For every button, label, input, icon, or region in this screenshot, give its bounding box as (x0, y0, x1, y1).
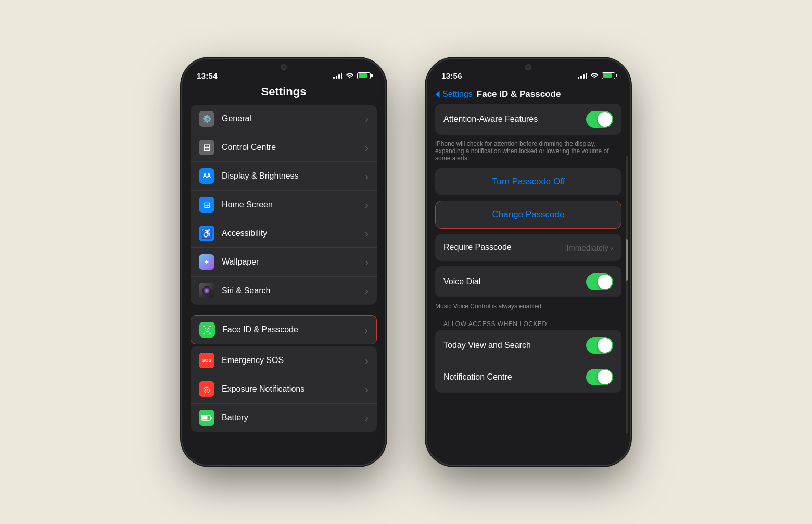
settings-scroll[interactable]: ⚙️ General ⊞ Control Centre AA Display &… (182, 105, 385, 454)
settings-list-bottom: SOS Emergency SOS ◎ Exposure Notificatio… (191, 346, 377, 432)
voice-dial-description: Music Voice Control is always enabled. (427, 303, 630, 316)
scrollbar-thumb (626, 239, 628, 281)
change-passcode-section: Change Passcode (435, 201, 621, 229)
settings-item-general[interactable]: ⚙️ General (191, 105, 377, 133)
battery-label: Battery (222, 413, 365, 422)
allow-access-section: Today View and Search Notification Centr… (435, 330, 621, 393)
siri-label: Siri & Search (222, 286, 365, 295)
svg-rect-4 (209, 333, 211, 334)
scrollbar-track (626, 156, 628, 434)
general-chevron (365, 113, 369, 125)
faceid-icon (199, 322, 215, 338)
turn-passcode-off-button[interactable]: Turn Passcode Off (435, 168, 621, 195)
time-right: 13:56 (441, 71, 462, 80)
faceid-label: Face ID & Passcode (222, 325, 364, 334)
display-label: Display & Brightness (222, 171, 365, 181)
settings-item-home-screen[interactable]: ⊞ Home Screen (191, 191, 377, 219)
back-button[interactable]: Settings (435, 90, 473, 99)
attention-section: Attention-Aware Features (435, 104, 621, 135)
notification-centre-row: Notification Centre (435, 361, 621, 393)
general-icon: ⚙️ (199, 111, 214, 127)
attention-aware-label: Attention-Aware Features (443, 115, 538, 124)
exposure-chevron (365, 383, 369, 395)
faceid-chevron (364, 324, 368, 336)
notification-centre-toggle[interactable] (586, 369, 613, 385)
settings-item-battery[interactable]: Battery (191, 404, 377, 432)
svg-rect-2 (209, 326, 211, 327)
require-passcode-chevron: › (611, 243, 613, 252)
phone-right-screen: 13:56 (427, 59, 630, 465)
allow-access-header: ALLOW ACCESS WHEN LOCKED: (427, 316, 630, 330)
time-left: 13:54 (197, 71, 218, 80)
home-screen-icon: ⊞ (199, 197, 214, 213)
svg-rect-3 (203, 333, 205, 334)
svg-rect-9 (210, 417, 212, 419)
require-passcode-value: Immediately › (566, 243, 613, 252)
settings-item-sos[interactable]: SOS Emergency SOS (191, 346, 377, 375)
settings-item-accessibility[interactable]: ♿ Accessibility (191, 219, 377, 248)
today-view-toggle[interactable] (586, 337, 613, 354)
battery-chevron (365, 412, 369, 424)
battery-icon-left (357, 72, 371, 79)
signal-icon-right (578, 72, 587, 79)
today-view-row: Today View and Search (435, 330, 621, 361)
svg-point-0 (202, 286, 211, 295)
notch-right (489, 59, 567, 77)
voice-dial-toggle-knob (598, 275, 612, 289)
right-content: Attention-Aware Features iPhone will che… (427, 104, 630, 455)
wallpaper-chevron (365, 256, 369, 268)
today-view-label: Today View and Search (443, 341, 531, 350)
turn-passcode-off-section: Turn Passcode Off (435, 168, 621, 195)
attention-aware-row: Attention-Aware Features (435, 104, 621, 135)
change-passcode-button[interactable]: Change Passcode (436, 201, 621, 228)
camera-left (281, 64, 287, 70)
status-icons-right (578, 72, 615, 80)
require-passcode-row[interactable]: Require Passcode Immediately › (435, 234, 621, 261)
settings-item-faceid-inner[interactable]: Face ID & Passcode (191, 316, 376, 344)
svg-point-6 (208, 328, 209, 329)
faceid-item-highlighted[interactable]: Face ID & Passcode (191, 315, 377, 344)
right-nav-header: Settings Face ID & Passcode (427, 85, 630, 104)
siri-icon (199, 283, 214, 298)
svg-rect-1 (203, 326, 205, 327)
voice-dial-label: Voice Dial (443, 277, 480, 286)
settings-item-wallpaper[interactable]: ✦ Wallpaper (191, 248, 377, 277)
voice-dial-toggle[interactable] (586, 273, 613, 290)
sos-chevron (365, 355, 369, 367)
back-label: Settings (442, 90, 473, 99)
attention-aware-toggle[interactable] (586, 111, 613, 128)
settings-title: Settings (261, 85, 307, 98)
control-centre-label: Control Centre (222, 143, 365, 152)
home-screen-chevron (365, 199, 369, 211)
accessibility-label: Accessibility (222, 229, 365, 238)
settings-menu: ⚙️ General ⊞ Control Centre AA Display &… (191, 105, 377, 305)
settings-header: Settings (182, 85, 385, 105)
exposure-icon: ◎ (199, 381, 214, 397)
signal-icon-left (333, 72, 342, 79)
general-label: General (222, 114, 365, 123)
battery-icon-right (602, 72, 615, 79)
svg-point-5 (205, 328, 206, 329)
settings-item-control-centre[interactable]: ⊞ Control Centre (191, 133, 377, 162)
battery-settings-icon (199, 410, 214, 426)
wifi-icon-left (346, 72, 354, 80)
wifi-icon-right (590, 72, 599, 80)
wallpaper-label: Wallpaper (222, 257, 365, 267)
accessibility-icon: ♿ (199, 226, 214, 241)
home-screen-label: Home Screen (222, 200, 365, 209)
notification-centre-toggle-knob (598, 370, 612, 384)
accessibility-chevron (365, 228, 369, 240)
voice-dial-row: Voice Dial (435, 266, 621, 297)
toggle-knob (598, 112, 612, 127)
notification-centre-label: Notification Centre (443, 372, 512, 382)
require-passcode-section: Require Passcode Immediately › (435, 234, 621, 261)
sos-icon: SOS (199, 353, 214, 368)
display-chevron (365, 170, 369, 182)
settings-item-display[interactable]: AA Display & Brightness (191, 162, 377, 191)
settings-item-exposure[interactable]: ◎ Exposure Notifications (191, 375, 377, 404)
sos-label: Emergency SOS (222, 356, 365, 365)
settings-item-siri[interactable]: Siri & Search (191, 277, 377, 305)
phone-left: 13:54 Settings (182, 59, 385, 465)
voice-dial-section: Voice Dial (435, 266, 621, 297)
control-centre-icon: ⊞ (199, 140, 214, 155)
